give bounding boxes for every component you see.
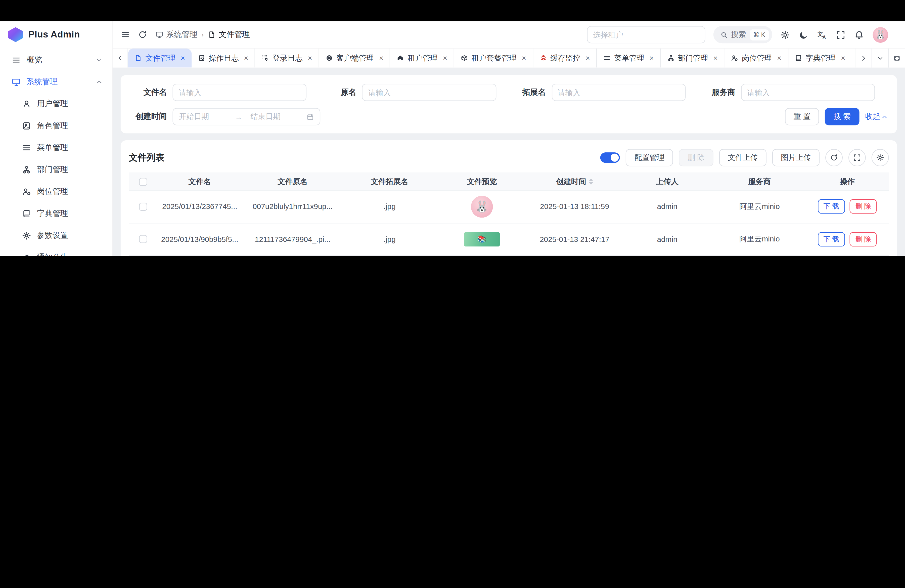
tab-岗位管理[interactable]: 岗位管理 × <box>724 49 788 68</box>
tab-租户套餐管理[interactable]: 租户套餐管理 × <box>454 49 533 68</box>
sidebar-item-菜单管理[interactable]: 菜单管理 <box>5 137 107 159</box>
monitor-icon <box>156 31 164 39</box>
tabs-scroll-left-button[interactable] <box>113 49 128 68</box>
breadcrumb-separator: › <box>202 31 204 39</box>
collapse-filters-link[interactable]: 收起 <box>865 111 888 122</box>
tab-close-icon[interactable]: × <box>181 54 185 62</box>
sidebar-item-字典管理[interactable]: 字典管理 <box>5 203 107 224</box>
global-search-button[interactable]: 搜索 ⌘ K <box>713 26 772 43</box>
top-header: 系统管理 › 文件管理 搜索 ⌘ K <box>113 21 905 48</box>
gear-icon[interactable] <box>780 30 790 40</box>
sidebar-item-角色管理[interactable]: 角色管理 <box>5 115 107 137</box>
tab-close-icon[interactable]: × <box>443 54 447 62</box>
filter-input-拓展名[interactable] <box>551 84 686 101</box>
sidebar-item-用户管理[interactable]: 用户管理 <box>5 93 107 115</box>
tab-部门管理[interactable]: 部门管理 × <box>660 49 724 68</box>
tab-close-icon[interactable]: × <box>649 54 654 62</box>
disc-icon <box>325 54 333 62</box>
cell-uploader: admin <box>621 202 713 211</box>
sidebar-item-参数设置[interactable]: 参数设置 <box>5 224 107 246</box>
calendar-icon <box>306 113 314 121</box>
hamburger-menu-icon[interactable] <box>121 30 130 39</box>
file-list-card: 文件列表 配置管理 删 除 文件上传 图片上传 <box>121 140 897 256</box>
search-button[interactable]: 搜 索 <box>825 108 859 125</box>
dark-mode-moon-icon[interactable] <box>799 30 809 40</box>
row-delete-button[interactable]: 删 除 <box>850 199 877 214</box>
tab-租户管理[interactable]: 租户管理 × <box>391 49 454 68</box>
column-header-original[interactable]: 文件原名 <box>242 176 343 187</box>
sidebar-item-部门管理[interactable]: 部门管理 <box>5 159 107 181</box>
filter-input-服务商[interactable] <box>741 84 875 101</box>
sidebar-item-概览[interactable]: 概览 <box>5 49 107 71</box>
tab-close-icon[interactable]: × <box>841 54 845 62</box>
sidebar-item-通知公告[interactable]: 通知公告 <box>5 246 107 256</box>
sidebar-item-系统管理[interactable]: 系统管理 <box>5 71 107 93</box>
tab-操作日志[interactable]: 操作日志 × <box>191 49 255 68</box>
batch-delete-button[interactable]: 删 除 <box>679 149 713 166</box>
refresh-icon[interactable] <box>138 30 147 39</box>
filter-field-label: 服务商 <box>698 87 735 98</box>
config-manage-button[interactable]: 配置管理 <box>626 149 673 166</box>
tab-菜单管理[interactable]: 菜单管理 × <box>597 49 660 68</box>
table-row: 2025/01/14/1f5e67ab... 微信截图_2024070317..… <box>129 256 889 256</box>
column-header-uploader[interactable]: 上传人 <box>621 176 713 187</box>
column-header-ext[interactable]: 文件拓展名 <box>343 176 436 187</box>
file-preview-thumbnail[interactable]: 🐰 <box>471 195 493 218</box>
download-button[interactable]: 下 载 <box>818 232 845 246</box>
filter-input-原名[interactable] <box>362 84 496 101</box>
sort-icon[interactable] <box>589 178 593 184</box>
tabs-maximize-button[interactable] <box>888 49 905 68</box>
row-checkbox[interactable] <box>139 202 147 210</box>
translate-icon[interactable]: 文A <box>817 30 827 40</box>
tab-close-icon[interactable]: × <box>379 54 383 62</box>
download-button[interactable]: 下 载 <box>818 199 845 214</box>
org-icon <box>667 54 675 62</box>
table-fullscreen-button[interactable] <box>848 149 866 166</box>
filter-field: 服务商 <box>698 84 888 101</box>
table-refresh-button[interactable] <box>825 149 843 166</box>
megaphone-icon <box>22 253 31 256</box>
column-header-created[interactable]: 创建时间 <box>528 176 621 187</box>
file-upload-button[interactable]: 文件上传 <box>719 149 767 166</box>
column-header-name[interactable]: 文件名 <box>158 176 242 187</box>
file-preview-thumbnail[interactable]: 📚 <box>464 232 500 246</box>
filter-input-文件名[interactable] <box>173 84 306 101</box>
tab-close-icon[interactable]: × <box>522 54 526 62</box>
breadcrumb-system[interactable]: 系统管理 <box>156 29 198 40</box>
home-icon <box>397 54 404 62</box>
row-checkbox[interactable] <box>139 235 147 243</box>
select-all-checkbox[interactable] <box>139 178 147 186</box>
reset-button[interactable]: 重 置 <box>785 108 819 125</box>
breadcrumb: 系统管理 › 文件管理 <box>156 29 250 40</box>
tab-close-icon[interactable]: × <box>308 54 312 62</box>
tab-close-icon[interactable]: × <box>777 54 781 62</box>
column-header-preview[interactable]: 文件预览 <box>436 176 528 187</box>
sidebar-menu: 概览 系统管理 用户管理 角色管理 菜单管理 部门管理 岗位管理 字典管理 参数… <box>0 48 112 256</box>
column-header-actions[interactable]: 操作 <box>806 176 889 187</box>
tab-close-icon[interactable]: × <box>713 54 718 62</box>
tab-字典管理[interactable]: 字典管理 × <box>788 49 846 68</box>
config-toggle[interactable] <box>600 153 620 163</box>
row-delete-button[interactable]: 删 除 <box>850 232 877 246</box>
fullscreen-icon[interactable] <box>836 30 845 40</box>
image-upload-button[interactable]: 图片上传 <box>772 149 819 166</box>
avatar[interactable]: 🐰 <box>873 27 888 43</box>
tab-close-icon[interactable]: × <box>586 54 590 62</box>
filter-field: 原名 <box>319 84 509 101</box>
notification-bell-icon[interactable] <box>854 30 864 40</box>
tab-close-icon[interactable]: × <box>244 54 248 62</box>
tab-登录日志[interactable]: 登录日志 × <box>255 49 319 68</box>
tab-文件管理[interactable]: 文件管理 × <box>128 49 192 68</box>
tenant-select-input[interactable] <box>587 26 705 43</box>
tab-客户端管理[interactable]: 客户端管理 × <box>319 49 391 68</box>
menu-lines-icon <box>11 55 21 65</box>
breadcrumb-file-manage[interactable]: 文件管理 <box>208 29 250 40</box>
sidebar-item-岗位管理[interactable]: 岗位管理 <box>5 181 107 203</box>
created-time-range-input[interactable]: 开始日期 → 结束日期 <box>173 108 320 125</box>
tabs-dropdown-button[interactable] <box>872 49 888 68</box>
column-header-provider[interactable]: 服务商 <box>713 176 806 187</box>
tabs-scroll-right-button[interactable] <box>855 49 872 68</box>
redis-icon <box>540 54 547 62</box>
table-settings-button[interactable] <box>872 149 889 166</box>
tab-缓存监控[interactable]: 缓存监控 × <box>533 49 597 68</box>
